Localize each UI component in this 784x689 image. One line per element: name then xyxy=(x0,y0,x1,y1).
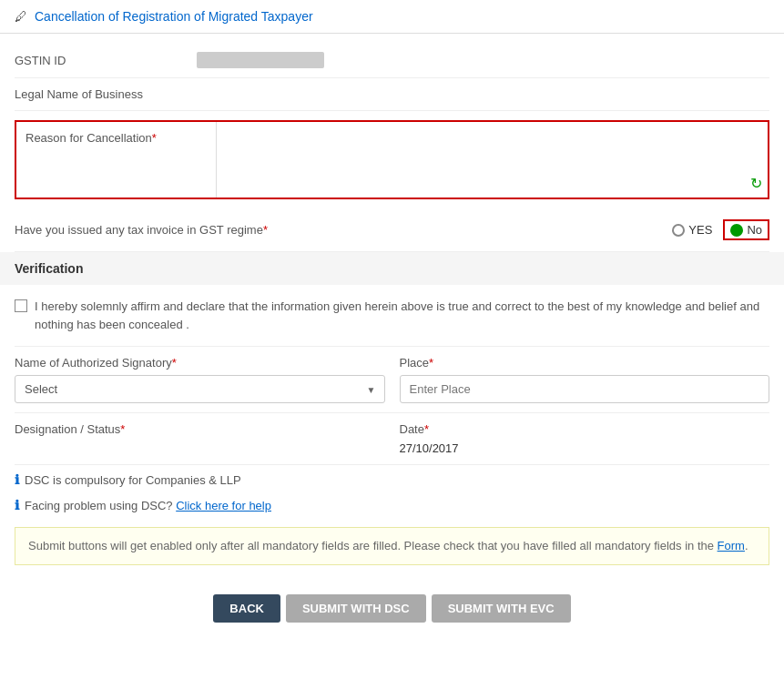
date-label: Date* xyxy=(400,422,770,436)
designation-label: Designation / Status* xyxy=(15,422,385,436)
declaration-row: I hereby solemnly affirm and declare tha… xyxy=(15,285,769,347)
info-icon-1: ℹ xyxy=(15,472,19,487)
warning-box: Submit buttons will get enabled only aft… xyxy=(15,527,769,565)
reason-textarea[interactable] xyxy=(217,122,768,195)
invoice-row: Have you issued any tax invoice in GST r… xyxy=(15,208,769,252)
info-icon-2: ℹ xyxy=(15,498,19,512)
radio-group: YES No xyxy=(672,219,769,240)
place-label: Place* xyxy=(400,356,770,370)
back-button[interactable]: BACK xyxy=(213,594,280,623)
form-icon: 🖊 xyxy=(15,9,27,24)
signatory-col: Name of Authorized Signatory* Select ▼ xyxy=(15,356,385,403)
footer-buttons: BACK SUBMIT WITH DSC SUBMIT WITH EVC xyxy=(15,576,769,632)
reason-label-col: Reason for Cancellation* xyxy=(16,122,217,198)
header: 🖊 Cancellation of Registration of Migrat… xyxy=(0,0,784,34)
reason-label-text: Reason for Cancellation xyxy=(25,131,152,145)
info-text-1: DSC is compulsory for Companies & LLP xyxy=(25,473,241,487)
declaration-text: I hereby solemnly affirm and declare tha… xyxy=(35,298,769,333)
select-wrapper: Select ▼ xyxy=(15,375,385,403)
submit-dsc-button: SUBMIT WITH DSC xyxy=(286,594,426,623)
info-plain-text: Facing problem using DSC? xyxy=(25,499,176,512)
verification-header: Verification xyxy=(0,252,784,285)
reason-section: Reason for Cancellation* ↻ xyxy=(15,120,769,199)
info-line-2: ℹ Facing problem using DSC? Click here f… xyxy=(15,491,769,516)
radio-no-circle xyxy=(730,224,743,237)
radio-no-box[interactable]: No xyxy=(723,219,769,240)
info-line-1: ℹ DSC is compulsory for Companies & LLP xyxy=(15,465,769,491)
declaration-checkbox[interactable] xyxy=(15,299,27,312)
place-col: Place* xyxy=(400,356,770,403)
invoice-label: Have you issued any tax invoice in GST r… xyxy=(15,223,672,237)
designation-col: Designation / Status* xyxy=(15,422,385,455)
warning-text: Submit buttons will get enabled only aft… xyxy=(28,539,718,552)
radio-yes[interactable]: YES xyxy=(672,223,712,237)
title-plain: Cancellation of Registration of xyxy=(35,9,209,24)
legal-name-row: Legal Name of Business xyxy=(15,78,769,111)
gstin-masked xyxy=(197,52,324,68)
warning-text-end: . xyxy=(745,539,748,552)
warning-form-link[interactable]: Form xyxy=(718,539,745,552)
gstin-value xyxy=(197,52,769,68)
signatory-select[interactable]: Select xyxy=(15,375,385,403)
legal-name-label: Legal Name of Business xyxy=(15,87,197,101)
gstin-label: GSTIN ID xyxy=(15,54,197,67)
refresh-icon[interactable]: ↻ xyxy=(750,175,762,192)
signatory-label: Name of Authorized Signatory* xyxy=(15,356,385,370)
title-link: Migrated Taxpayer xyxy=(209,9,313,24)
radio-yes-label: YES xyxy=(688,223,712,237)
designation-date-row: Designation / Status* Date* 27/10/2017 xyxy=(15,413,769,465)
submit-evc-button: SUBMIT WITH EVC xyxy=(432,594,571,623)
date-col: Date* 27/10/2017 xyxy=(400,422,770,455)
date-value: 27/10/2017 xyxy=(400,441,770,455)
reason-input-col: ↻ xyxy=(217,122,768,198)
radio-no-label: No xyxy=(747,223,762,237)
info-text-2: Facing problem using DSC? Click here for… xyxy=(25,499,271,512)
signatory-date-row: Name of Authorized Signatory* Select ▼ P… xyxy=(15,347,769,413)
reason-required: * xyxy=(152,131,157,145)
radio-yes-circle xyxy=(672,224,685,237)
dsc-help-link[interactable]: Click here for help xyxy=(176,499,271,512)
gstin-row: GSTIN ID xyxy=(15,43,769,78)
place-input[interactable] xyxy=(400,375,770,403)
page-title: Cancellation of Registration of Migrated… xyxy=(35,9,313,24)
